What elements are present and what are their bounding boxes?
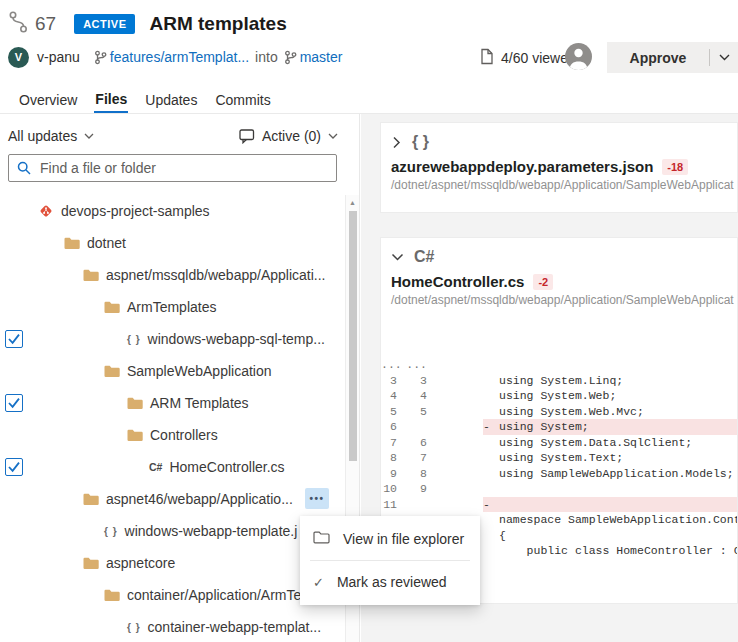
repo-icon — [38, 203, 54, 219]
json-file-icon: { } — [104, 526, 118, 537]
context-menu: View in file explorer✓Mark as reviewed — [300, 516, 480, 605]
menu-item-mark-as-reviewed[interactable]: ✓Mark as reviewed — [300, 562, 480, 602]
line-number-new: 3 — [397, 373, 427, 389]
author-name[interactable]: v-panu — [37, 49, 80, 65]
diff-file-card-json: { } azurewebappdeploy.parameters.json -1… — [380, 122, 738, 213]
tree-row[interactable]: container/Application/ArmTe — [0, 579, 345, 611]
file-path: /dotnet/aspnet/mssqldb/webapp/Applicatio… — [381, 175, 737, 192]
file-name[interactable]: HomeController.cs — [391, 273, 524, 290]
viewed-counter[interactable]: 4/60 viewed — [480, 48, 576, 68]
comments-filter-dropdown[interactable]: Active (0) — [239, 128, 338, 144]
pr-header: 67 ACTIVE ARM templates — [8, 10, 287, 38]
csharp-icon: C# — [414, 248, 434, 266]
tree-row[interactable]: { }container-webapp-templat... — [0, 611, 345, 642]
reviewed-checkbox[interactable] — [5, 330, 23, 348]
tree-row[interactable]: Controllers — [0, 419, 345, 451]
reviewer-avatar — [565, 43, 592, 70]
pull-request-icon — [8, 10, 29, 38]
diff-marker — [483, 543, 499, 559]
scrollbar-thumb[interactable] — [349, 211, 357, 461]
tree-row[interactable]: devops-project-samples — [0, 195, 345, 227]
tree-row[interactable]: ArmTemplates — [0, 291, 345, 323]
approve-button[interactable]: Approve — [607, 42, 738, 73]
code-text: public class HomeController : Con — [499, 543, 738, 559]
folder-icon — [127, 397, 143, 409]
tree-row[interactable]: aspnet/mssqldb/webapp/Applicati... — [0, 259, 345, 291]
tree-item-label: dotnet — [87, 235, 126, 251]
line-number-new: 6 — [397, 435, 427, 451]
scrollbar-up-icon[interactable]: ▲ — [346, 195, 359, 209]
tree-row[interactable]: { }windows-webapp-template.j — [0, 515, 345, 547]
pr-number: 67 — [35, 13, 56, 35]
pr-tabs: OverviewFilesUpdatesCommits — [0, 87, 738, 114]
line-number-old: 11 — [381, 497, 397, 513]
code-line-body: using System.Web; — [483, 388, 737, 404]
author-avatar: V — [8, 47, 29, 68]
json-file-icon: { } — [127, 622, 141, 633]
tab-updates[interactable]: Updates — [144, 87, 198, 113]
code-line: 33using System.Linq; — [381, 373, 737, 389]
file-name[interactable]: azurewebappdeploy.parameters.json — [391, 158, 653, 175]
reviewed-checkbox[interactable] — [5, 458, 23, 476]
tree-row[interactable]: { }windows-webapp-sql-temp... — [0, 323, 345, 355]
page-title: ARM templates — [149, 13, 286, 35]
json-file-icon: { } — [127, 334, 141, 345]
line-number-old: 5 — [381, 404, 397, 420]
folder-icon — [83, 557, 99, 569]
tree-item-label: Controllers — [150, 427, 218, 443]
code-text: using System; — [499, 419, 589, 435]
more-options-button[interactable]: ••• — [305, 488, 329, 509]
tree-row[interactable]: SampleWebApplication — [0, 355, 345, 387]
checkmark-icon: ✓ — [313, 575, 324, 590]
folder-icon — [104, 301, 120, 313]
delta-badge: -18 — [662, 159, 688, 175]
code-line-body: using SampleWebApplication.Models; — [483, 466, 737, 482]
line-number-new: ... — [397, 357, 427, 373]
menu-item-view-in-file-explorer[interactable]: View in file explorer — [300, 519, 480, 559]
line-number-new — [397, 419, 427, 435]
code-line: 44using System.Web; — [381, 388, 737, 404]
tree-row[interactable]: C#HomeController.cs — [0, 451, 345, 483]
updates-filter-dropdown[interactable]: All updates — [8, 128, 94, 144]
code-text: { — [499, 528, 506, 544]
file-title-row: HomeController.cs -2 — [381, 266, 737, 290]
code-line-body: - — [483, 497, 737, 513]
tree-row[interactable]: aspnetcore — [0, 547, 345, 579]
approve-dropdown[interactable] — [710, 54, 738, 61]
tree-row[interactable]: dotnet — [0, 227, 345, 259]
tree-item-label: container/Application/ArmTe — [127, 587, 301, 603]
into-label: into — [255, 49, 278, 65]
reviewed-checkbox[interactable] — [5, 394, 23, 412]
tab-files[interactable]: Files — [94, 87, 128, 113]
tree-row[interactable]: ARM Templates — [0, 387, 345, 419]
file-search-box — [8, 154, 337, 182]
target-branch-link[interactable]: master — [300, 49, 343, 65]
code-text: using System.Web.Mvc; — [499, 404, 644, 420]
line-number-new: 4 — [397, 388, 427, 404]
pr-meta: V v-panu features/armTemplat... into mas… — [8, 46, 342, 68]
collapse-toggle[interactable]: C# — [381, 238, 737, 266]
tab-commits[interactable]: Commits — [214, 87, 271, 113]
diff-marker: - — [483, 419, 499, 435]
tab-overview[interactable]: Overview — [18, 87, 78, 113]
search-input[interactable] — [38, 159, 336, 177]
line-number-new — [397, 497, 427, 513]
code-line-body: public class HomeController : Con — [483, 543, 738, 559]
code-line: 87using System.Text; — [381, 450, 737, 466]
tree-item-label: container-webapp-templat... — [148, 619, 322, 635]
tree-row[interactable]: aspnet46/webapp/Applicatio...••• — [0, 483, 345, 515]
code-line: 55using System.Web.Mvc; — [381, 404, 737, 420]
source-branch-link[interactable]: features/armTemplat... — [110, 49, 249, 65]
folder-icon — [127, 429, 143, 441]
code-text: using System.Data.SqlClient; — [499, 435, 692, 451]
code-line-body: using System.Linq; — [483, 373, 737, 389]
diff-marker — [483, 512, 499, 528]
branch-icon — [284, 50, 297, 65]
tree-item-label: SampleWebApplication — [127, 363, 272, 379]
line-number-new: 5 — [397, 404, 427, 420]
code-line: 109 — [381, 481, 737, 497]
diff-marker — [483, 435, 499, 451]
collapse-toggle[interactable]: { } — [381, 123, 737, 151]
tree-item-label: ArmTemplates — [127, 299, 216, 315]
folder-icon — [104, 589, 120, 601]
